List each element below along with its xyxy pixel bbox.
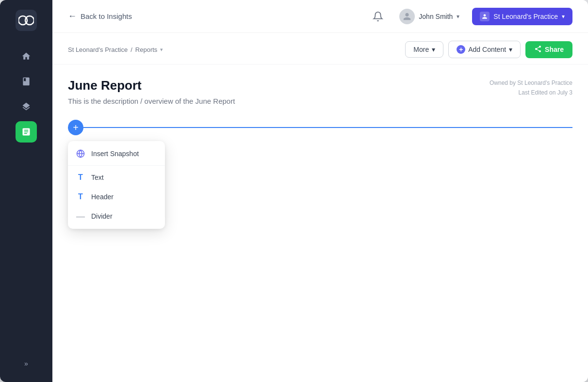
breadcrumb-separator: /: [131, 46, 132, 53]
notifications-button[interactable]: [369, 8, 387, 25]
insert-header-label: Header: [91, 193, 114, 201]
breadcrumb-chevron-icon: ▾: [160, 47, 163, 53]
sidebar-navigation: [16, 46, 37, 360]
header-right: John Smith ▾ St Leonard's Practice ▾: [369, 6, 572, 27]
insert-dropdown: Insert Snapshot T Text T Header — Divide…: [68, 141, 165, 229]
divider-icon: —: [76, 211, 85, 221]
report-owned-by: Owned by St Leonard's Practice: [490, 78, 572, 88]
insert-text-label: Text: [91, 174, 104, 181]
org-icon: [480, 12, 490, 21]
sidebar-item-home[interactable]: [16, 46, 37, 67]
breadcrumb[interactable]: St Leonard's Practice / Reports ▾: [68, 46, 163, 53]
report-title-section: June Report This is the description / ov…: [68, 78, 490, 105]
sub-header-actions: More ▾ + Add Content ▾ Share: [405, 41, 572, 58]
more-chevron-icon: ▾: [432, 46, 435, 53]
insert-divider-item[interactable]: — Divider: [68, 207, 165, 226]
text-icon: T: [76, 173, 85, 182]
sidebar-item-book[interactable]: [16, 71, 37, 92]
insert-snapshot-item[interactable]: Insert Snapshot: [68, 144, 165, 163]
report-header: June Report This is the description / ov…: [68, 78, 572, 105]
snapshot-globe-icon: [76, 149, 85, 159]
page-content: June Report This is the description / ov…: [52, 64, 588, 382]
user-menu-button[interactable]: John Smith ▾: [394, 6, 464, 27]
add-content-label: Add Content: [468, 46, 506, 53]
share-button[interactable]: Share: [525, 41, 572, 58]
app-logo[interactable]: [16, 10, 37, 31]
sidebar-item-reports[interactable]: [16, 121, 37, 143]
header-icon: T: [76, 192, 85, 202]
user-avatar: [399, 9, 415, 24]
insert-text-item[interactable]: T Text: [68, 168, 165, 187]
more-button[interactable]: More ▾: [405, 41, 443, 58]
org-name-label: St Leonard's Practice: [493, 13, 558, 20]
top-header: ← Back to Insights John Smith ▾: [52, 0, 588, 33]
breadcrumb-section: Reports: [135, 46, 158, 53]
insert-header-item[interactable]: T Header: [68, 187, 165, 207]
org-chevron-icon: ▾: [562, 13, 565, 20]
report-description: This is the description / overview of th…: [68, 97, 490, 105]
insert-snapshot-label: Insert Snapshot: [91, 150, 139, 158]
insert-line: [83, 127, 572, 128]
main-content: ← Back to Insights John Smith ▾: [52, 0, 588, 382]
breadcrumb-org: St Leonard's Practice: [68, 46, 128, 53]
report-last-edited: Last Edited on July 3: [490, 88, 572, 97]
sub-header: St Leonard's Practice / Reports ▾ More ▾…: [52, 33, 588, 64]
svg-point-1: [25, 16, 34, 25]
dropdown-divider-1: [68, 165, 165, 166]
user-chevron-icon: ▾: [457, 13, 459, 20]
insert-add-button[interactable]: +: [68, 120, 83, 135]
back-link-label: Back to Insights: [81, 12, 132, 20]
add-content-chevron-icon: ▾: [509, 46, 512, 53]
more-label: More: [413, 46, 429, 53]
insert-row: + Insert Snapshot: [68, 120, 572, 135]
share-icon: [534, 45, 542, 54]
org-switcher-button[interactable]: St Leonard's Practice ▾: [472, 8, 572, 25]
user-name-label: John Smith: [419, 13, 453, 20]
back-arrow-icon: ←: [68, 11, 77, 21]
insert-divider-label: Divider: [91, 212, 113, 220]
add-content-button[interactable]: + Add Content ▾: [448, 41, 521, 58]
add-content-plus-icon: +: [457, 45, 465, 54]
share-label: Share: [545, 46, 564, 53]
report-title: June Report: [68, 78, 490, 93]
sidebar: »: [0, 0, 52, 382]
sidebar-collapse[interactable]: »: [24, 360, 28, 372]
report-meta: Owned by St Leonard's Practice Last Edit…: [490, 78, 572, 98]
back-link[interactable]: ← Back to Insights: [68, 11, 132, 21]
sidebar-item-layers[interactable]: [16, 96, 37, 117]
